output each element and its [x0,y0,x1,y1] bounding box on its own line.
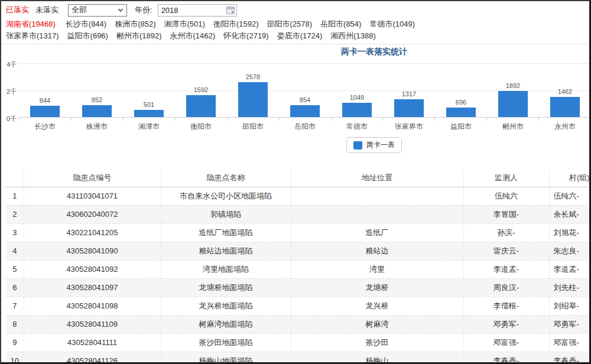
implemented-filter-link[interactable]: 已落实 [6,5,29,15]
cell-village: 伍纯六- [549,187,589,205]
legend-item[interactable]: 两卡一表 [346,137,402,153]
cell-name: 树麻湾地面塌陷 [161,315,291,333]
bar[interactable] [134,110,164,117]
not-implemented-filter-link[interactable]: 未落实 [35,5,59,15]
city-link[interactable]: 湘潭市(501) [164,18,205,30]
x-axis-label: 长沙市 [19,122,71,132]
app-window: 已落实 未落实 全部 年份: 湖南省(19468) 长沙市(844)株洲市(85… [0,0,591,364]
cell-row-number: 9 [6,333,24,352]
table-row: 8 430528041109 树麻湾地面塌陷 树麻湾 邓勇军- 邓勇军- [6,315,589,333]
bar[interactable] [238,82,268,117]
cell-code: 430528041097 [24,278,161,297]
cell-monitor: 李春香- [463,352,549,364]
cell-row-number: 2 [6,205,24,223]
cell-code: 430221041205 [24,223,161,242]
cell-name: 龙兴桥地面塌陷 [161,297,291,315]
column-header: 村(组)负责人 [549,169,589,187]
year-label: 年份: [135,5,152,15]
city-link[interactable]: 岳阳市(854) [320,18,361,30]
bar-value-label: 854 [300,97,310,103]
cell-village: 李春香- [549,352,589,364]
chart-title: 两卡一表落实统计 [1,47,589,57]
cell-address: 茶沙田 [291,333,463,352]
city-link[interactable]: 常德市(1049) [369,18,415,30]
cell-address: 湾里 [291,260,463,278]
bar-value-label: 1317 [402,91,416,98]
x-axis-ticks [19,118,589,121]
x-axis-tick [19,118,72,121]
city-link[interactable]: 益阳市(696) [67,30,108,42]
bar-slot: 1049 [331,95,383,117]
region-links: 湖南省(19468) 长沙市(844)株洲市(852)湘潭市(501)衡阳市(1… [1,18,589,42]
bar-slot: 844 [19,98,71,117]
bar-slot: 1317 [383,91,435,117]
x-axis-label: 永州市 [539,122,589,132]
bar[interactable] [186,95,216,117]
cell-address: 树麻湾 [291,315,463,333]
x-axis-tick [72,118,124,121]
y-axis-tick-2000: 2千 [1,87,17,96]
city-link[interactable]: 长沙市(844) [66,18,106,30]
chart-plot-area: 4千 2千 0千 844 852 501 1592 2578 854 1049 … [1,63,589,118]
cell-address [291,205,463,223]
bar[interactable] [342,103,372,117]
calendar-icon[interactable] [226,6,235,14]
year-input-wrap [158,4,237,17]
city-link[interactable]: 湘西州(1388) [330,30,376,42]
bar[interactable] [446,108,476,117]
city-link[interactable]: 株洲市(852) [115,18,155,30]
cell-village: 邓富强- [549,333,589,352]
cell-code: 430602040072 [24,205,161,223]
province-link[interactable]: 湖南省(19468) [6,18,56,30]
cell-row-number: 3 [6,223,24,242]
bar[interactable] [550,97,580,117]
cell-address: 龙塘桥 [291,278,463,297]
table-row: 6 430528041097 龙塘桥地面塌陷 龙塘桥 周良汉- 刘先柱- [6,278,589,297]
x-axis-label: 湘潭市 [123,122,175,132]
cell-monitor: 邓勇军- [463,315,549,333]
bar[interactable] [394,99,424,117]
city-link[interactable]: 怀化市(2719) [223,30,269,42]
cell-address: 杨梅山 [291,352,463,364]
cell-row-number: 6 [6,278,24,297]
cell-name: 湾里地面塌陷 [161,260,291,278]
cell-code: 431103041071 [24,187,161,205]
cell-monitor: 孙滨- [463,223,549,242]
cell-address: 粮站边 [291,242,463,260]
chevron-down-icon [118,7,124,13]
city-link[interactable]: 郴州市(1892) [116,30,162,42]
table-row: 7 430528041098 龙兴桥地面塌陷 龙兴桥 李儒根- 刘绍举- [6,297,589,315]
bar[interactable] [30,106,60,117]
column-header: 隐患点名称 [161,169,291,187]
city-link[interactable]: 邵阳市(2578) [267,18,312,30]
bar-slot: 1592 [175,87,227,117]
cell-village: 李道孟- [549,260,589,278]
cell-monitor: 李冒国- [463,205,549,223]
bar[interactable] [290,105,320,117]
bar-chart: 两卡一表落实统计 4千 2千 0千 844 852 501 1592 2578 … [1,47,589,153]
bar-value-label: 1049 [350,95,364,101]
city-link[interactable]: 张家界市(1317) [6,30,59,42]
table-row: 3 430221041205 造纸厂地面塌陷 造纸厂 孙滨- 刘旭花- [6,223,589,242]
year-input[interactable] [158,4,237,17]
city-link[interactable]: 衡阳市(1592) [213,18,259,30]
bar-value-label: 844 [40,98,50,104]
cities-line-2: 张家界市(1317)益阳市(696)郴州市(1892)永州市(1462)怀化市(… [6,30,384,42]
cell-row-number: 4 [6,242,24,260]
bar-slot: 501 [123,102,175,117]
chart-section: 两卡一表落实统计 4千 2千 0千 844 852 501 1592 2578 … [1,44,589,153]
table-row: 5 430528041092 湾里地面塌陷 湾里 李道孟- 李道孟- [6,260,589,278]
city-link[interactable]: 娄底市(1724) [277,30,323,42]
bar-value-label: 501 [144,102,154,108]
bars-container: 844 852 501 1592 2578 854 1049 1317 696 … [19,63,589,117]
status-select[interactable]: 全部 [68,4,127,17]
bar[interactable] [498,91,528,117]
cell-name: 造纸厂地面塌陷 [161,223,291,242]
x-axis-tick [487,118,539,121]
cell-code: 430528041092 [24,260,161,278]
table-row: 9 430528041111 茶沙田地面塌陷 茶沙田 邓富强- 邓富强- [6,333,589,352]
city-link[interactable]: 永州市(1462) [170,30,216,42]
cell-village: 刘先柱- [549,278,589,297]
table-row: 10 430528041126 杨梅山地面塌陷 杨梅山 李春香- 李春香- [6,352,589,364]
bar[interactable] [82,105,112,117]
